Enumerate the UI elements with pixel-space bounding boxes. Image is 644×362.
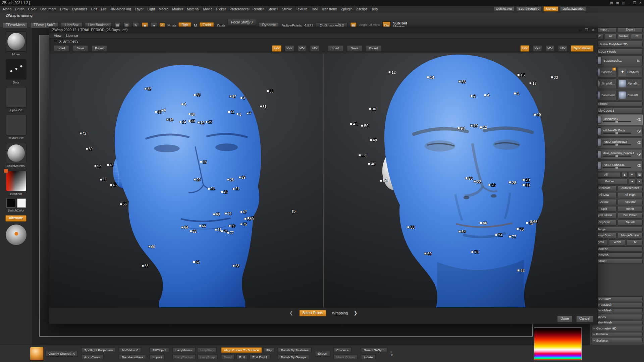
basicmaterial-thumb[interactable] (6, 143, 26, 163)
menu-picker[interactable]: Picker (216, 7, 226, 11)
folder-prev-icon[interactable]: ◂ (629, 179, 635, 185)
bend-button[interactable]: Bend (221, 354, 234, 360)
y-button[interactable]: >Y< (285, 45, 294, 52)
texture-off-thumb[interactable] (6, 115, 26, 135)
fillobject-button[interactable]: FillObject (150, 347, 169, 353)
subtool-slider[interactable] (603, 121, 631, 122)
correspondence-point-33[interactable]: 33 (267, 89, 273, 93)
correspondence-point-31[interactable]: 31 (260, 105, 267, 109)
flip-button[interactable]: Flip (263, 347, 274, 353)
gradient-color-picker[interactable] (6, 171, 26, 191)
secondary-color-swatch[interactable] (17, 199, 26, 208)
zwrap-menu-license[interactable]: License (66, 34, 78, 38)
z-button[interactable]: >Z< (545, 45, 554, 52)
append-button[interactable]: Append (618, 199, 643, 205)
menus-button[interactable]: Menus (544, 6, 558, 11)
menu-texture[interactable]: Texture (296, 7, 307, 11)
default-zscript-button[interactable]: DefaultZScript (560, 6, 586, 11)
all-button[interactable]: All (604, 34, 616, 40)
weld-button[interactable]: Weld (609, 239, 625, 245)
quickpick-eraserbrush[interactable]: EraserBrush (618, 90, 643, 101)
menu-light[interactable]: Light (147, 7, 155, 11)
section-geometry-hd[interactable]: ▸Geometry HD (591, 326, 643, 331)
correspondence-point-44[interactable]: 44 (359, 154, 366, 158)
correspondence-point-42[interactable]: 42 (350, 122, 358, 126)
split-icon[interactable]: ◫ (622, 1, 625, 5)
eye-icon[interactable] (637, 118, 641, 121)
correspondence-point-13[interactable]: 13 (529, 81, 537, 85)
quickpick-polymesh3d[interactable]: ✦PolyMesh3D (618, 67, 643, 77)
cancel-button[interactable]: Cancel (576, 316, 593, 322)
subtool-down-icon[interactable]: ▼ (629, 172, 635, 178)
zwrap-menu-view[interactable]: View (54, 34, 61, 38)
zwrap-titlebar[interactable]: ZWrap 2020.12.1 TRIAL PERIOD (26 Days Le… (49, 27, 598, 33)
section-preview[interactable]: ▸Preview (591, 332, 643, 337)
subtool-male-anatomy-bundle1[interactable]: Male_Anatomy_Bundle1 (591, 149, 643, 160)
lazymouse-button[interactable]: LazyMouse (172, 347, 195, 353)
subtool-section-header[interactable]: ▾Subtool (591, 101, 643, 107)
menu-brush[interactable]: Brush (15, 7, 24, 11)
color-spectrum-widget[interactable] (534, 327, 582, 360)
zwrap-maximize-icon[interactable]: ❒ (585, 28, 588, 32)
folder-next-icon[interactable]: ▸ (636, 179, 643, 185)
section-geometry[interactable]: ▸Geometry (591, 296, 643, 301)
gravity-strength-0-button[interactable]: Gravity Strength 0 (46, 351, 78, 356)
section-arraymesh[interactable]: ▸ArrayMesh (591, 302, 643, 307)
correspondence-point-46[interactable]: 46 (368, 162, 375, 166)
menu-help[interactable]: Help (370, 7, 378, 11)
del-all-button[interactable]: Del All (618, 220, 643, 226)
gravity-brush-thumb-icon[interactable] (30, 347, 44, 361)
subtool-pm3d-sphere3d2[interactable]: PM3D_Sphere3D2 (591, 137, 643, 148)
select-points-tab[interactable]: Select Points (299, 310, 326, 316)
correspondence-point-48[interactable]: 48 (370, 138, 377, 142)
smart-resym-button[interactable]: Smart ReSym (361, 347, 387, 353)
next-step-arrow[interactable]: ❯ (354, 310, 357, 316)
correspondence-point-15[interactable]: 15 (518, 73, 525, 77)
y-button[interactable]: >Y< (533, 45, 542, 52)
correspondence-point-58[interactable]: 58 (142, 264, 149, 268)
quickpick-alphabrush[interactable]: AlphaBrush (618, 78, 643, 89)
eye-icon[interactable] (637, 130, 641, 133)
p-button[interactable]: >P< (310, 45, 319, 52)
menu-preferences[interactable]: Preferences (230, 7, 249, 11)
eye-icon[interactable] (637, 153, 641, 156)
import-button[interactable]: Import (150, 354, 165, 360)
spotlight-projection-button[interactable]: Spotlight Projection (81, 347, 115, 353)
correspondence-point-56[interactable]: 56 (120, 202, 127, 206)
reset-button[interactable]: Reset (92, 45, 107, 52)
r-button[interactable]: R (631, 34, 643, 40)
lazysnap-button[interactable]: LazySnap (197, 354, 218, 360)
polish-by-groups-button[interactable]: Polish By Groups (278, 354, 310, 360)
stroke-dots-thumb[interactable] (6, 59, 26, 79)
mask-colors-button[interactable]: Mask Colors (333, 354, 358, 360)
source-mesh-viewport[interactable]: 3236373333146301011171614131215425052484… (49, 53, 324, 307)
minimize-icon[interactable]: ─ (628, 1, 630, 5)
menu-transform[interactable]: Transform (321, 7, 337, 11)
del-other-button[interactable]: Del Other (618, 213, 643, 219)
correspondence-point-52[interactable]: 52 (95, 164, 101, 168)
close-icon[interactable]: ✕ (639, 1, 642, 5)
menu-jin-modeling[interactable]: JIN-Modeling (110, 7, 131, 11)
correspondence-point-44[interactable]: 44 (100, 178, 107, 182)
subtool-slider[interactable] (603, 167, 631, 168)
current-tool-row[interactable]: Basemesh1. 57 (591, 55, 643, 66)
subtool-basemesh1[interactable]: Basemesh1 (591, 114, 643, 125)
alpha-off-thumb[interactable] (6, 87, 26, 108)
subtool-slider[interactable] (603, 132, 631, 134)
correspondence-point-30[interactable]: 30 (369, 107, 376, 111)
quicksave-button[interactable]: QuickSave (493, 6, 515, 11)
menu-marker[interactable]: Marker (172, 7, 183, 11)
prev-step-arrow[interactable]: ❮ (289, 310, 293, 316)
merge-section-header[interactable]: ▾Merge (591, 226, 643, 232)
subtool-slider[interactable] (603, 155, 631, 157)
lightbox-tools-button[interactable]: Lightbox ▸Tools (591, 48, 643, 54)
section-boolean[interactable]: ▸Boolean (591, 246, 643, 251)
menu-material[interactable]: Material (187, 7, 199, 11)
lazyradius-button[interactable]: LazyRadius (172, 354, 196, 360)
save-button[interactable]: Save (72, 45, 88, 52)
section-remesh[interactable]: ▸Remesh (591, 252, 643, 258)
correspondence-point-56[interactable]: 56 (380, 179, 387, 183)
align-cursor-to-surface-button[interactable]: Align Cursor To Surface (221, 347, 262, 353)
panels-icon[interactable]: ▦ (616, 1, 619, 5)
subtool-slider[interactable] (603, 144, 631, 145)
